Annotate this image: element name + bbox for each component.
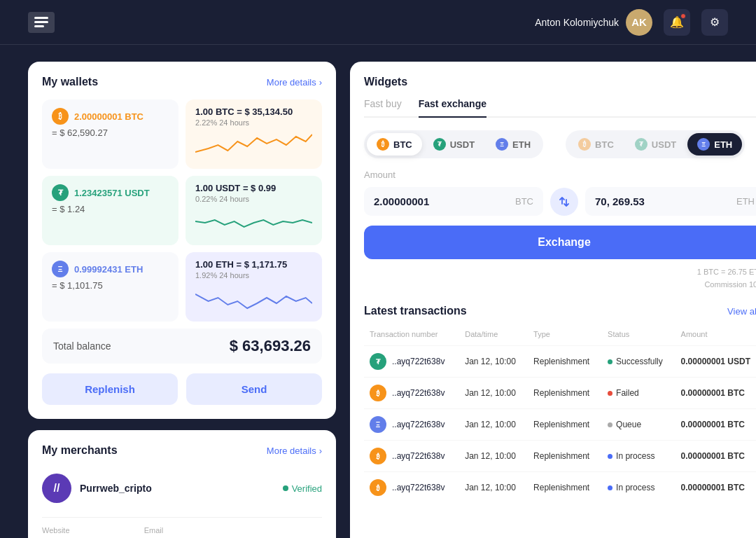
exchange-button[interactable]: Exchange (364, 226, 756, 259)
to-usdt-icon: ₮ (635, 138, 648, 151)
tx-amount: 0.00000001 BTC (676, 378, 756, 409)
chevron-right-icon: › (319, 77, 322, 88)
usdt-chart (195, 207, 312, 235)
usdt-small-icon: ₮ (433, 138, 446, 151)
wallets-title: My wallets (42, 76, 98, 88)
merchant-item: // Purrweb_cripto Verified (42, 468, 322, 509)
tx-amount: 0.00000001 USDT (676, 346, 756, 378)
tx-coin-icon: ₮ (370, 353, 386, 370)
from-amount-wrap: BTC (364, 187, 543, 216)
tx-datetime: Jan 12, 10:00 (459, 378, 528, 409)
to-btc-button[interactable]: ₿ BTC (568, 133, 624, 156)
col-amount: Amount (676, 327, 756, 346)
btc-rate-title: 1.00 BTC = $ 35,134.50 (195, 106, 312, 117)
tx-datetime: Jan 12, 10:00 (459, 409, 528, 441)
merchants-more-details[interactable]: More details › (267, 446, 322, 456)
wallet-item-eth-left: Ξ 0.99992431 ETH = $ 1,101.75 (42, 252, 178, 322)
tx-hash-cell: ₮ ..ayq722t638v (370, 353, 454, 370)
header-right: Anton Kolomiychuk AK 🔔 ⚙ (535, 9, 728, 36)
tx-type: Replenishment (528, 409, 602, 441)
tx-type: Replenishment (528, 441, 602, 472)
website-label: Website (42, 526, 127, 534)
main-content: My wallets More details › ₿ 2.00000001 B… (0, 45, 756, 538)
widgets-title: Widgets (364, 76, 756, 88)
tx-amount: 0.00000001 BTC (676, 441, 756, 472)
tx-hash-cell: ₿ ..ayq722t638v (370, 385, 454, 401)
email-label: Email (144, 526, 258, 534)
wallets-more-details[interactable]: More details › (267, 77, 322, 88)
settings-button[interactable]: ⚙ (701, 9, 728, 36)
action-buttons: Replenish Send (42, 373, 322, 405)
merchants-card: My merchants More details › // Purrweb_c… (28, 430, 336, 538)
from-coin-selector: ₿ BTC ₮ USDT Ξ ETH (364, 130, 543, 158)
logo[interactable] (28, 12, 55, 33)
svg-rect-2 (34, 25, 44, 27)
to-usdt-button[interactable]: ₮ USDT (625, 133, 686, 156)
from-currency: BTC (515, 196, 533, 207)
verified-badge: Verified (283, 483, 322, 494)
transactions-header: Latest transactions View all › (364, 305, 756, 317)
notification-button[interactable]: 🔔 (664, 9, 690, 36)
btc-rate-change: 2.22% 24 hours (195, 118, 312, 127)
tx-status: Successfully (602, 346, 676, 378)
eth-rate-change: 1.92% 24 hours (195, 271, 312, 280)
from-eth-button[interactable]: Ξ ETH (486, 133, 540, 156)
btc-usd: = $ 62,590.27 (52, 127, 169, 138)
to-amount-input[interactable] (595, 195, 731, 207)
eth-amount: 0.99992431 ETH (74, 264, 143, 275)
usdt-rate-change: 0.22% 24 hours (195, 195, 312, 203)
to-currency: ETH (736, 196, 755, 207)
to-eth-button[interactable]: Ξ ETH (687, 133, 742, 156)
wallets-grid: ₿ 2.00000001 BTC = $ 62,590.27 1.00 BTC … (42, 99, 322, 322)
amount-inputs: BTC ETH (364, 187, 756, 216)
tx-amount: 0.00000001 BTC (676, 472, 756, 504)
wallet-item-btc-left: ₿ 2.00000001 BTC = $ 62,590.27 (42, 99, 178, 169)
chevron-right-icon: › (319, 446, 322, 456)
tx-datetime: Jan 12, 10:00 (459, 346, 528, 378)
view-all-link[interactable]: View all › (727, 306, 756, 317)
total-balance-value: $ 63,693.26 (230, 337, 311, 355)
tx-amount: 0.00000001 BTC (676, 409, 756, 441)
tab-fast-buy[interactable]: Fast buy (364, 98, 402, 118)
send-button[interactable]: Send (186, 373, 322, 405)
tx-coin-icon: ₿ (370, 479, 386, 496)
merchant-left: // Purrweb_cripto (42, 474, 152, 503)
header: Anton Kolomiychuk AK 🔔 ⚙ (0, 0, 756, 45)
table-row: ₿ ..ayq722t638v Jan 12, 10:00 Replenishm… (364, 472, 756, 504)
col-type: Type (528, 327, 602, 346)
tx-hash-cell: Ξ ..ayq722t638v (370, 416, 454, 433)
swap-icon (558, 195, 570, 208)
from-usdt-button[interactable]: ₮ USDT (424, 133, 484, 156)
merchant-name: Purrweb_cripto (80, 483, 152, 494)
left-panel: My wallets More details › ₿ 2.00000001 B… (28, 62, 336, 538)
usdt-rate-title: 1.00 USDT = $ 0.99 (195, 183, 312, 193)
tab-fast-exchange[interactable]: Fast exchange (419, 98, 486, 118)
tx-table-head: Transaction number Data/time Type Status… (364, 327, 756, 346)
tx-hash-cell: ₿ ..ayq722t638v (370, 479, 454, 496)
col-datetime: Data/time (459, 327, 528, 346)
tx-coin-icon: Ξ (370, 416, 386, 433)
avatar[interactable]: AK (626, 9, 652, 36)
table-row: ₿ ..ayq722t638v Jan 12, 10:00 Replenishm… (364, 378, 756, 409)
total-balance-row: Total balance $ 63,693.26 (42, 329, 322, 364)
replenish-button[interactable]: Replenish (42, 373, 178, 405)
eth-icon: Ξ (52, 261, 69, 277)
exchange-rate-info: 1 BTC = 26.75 ETH Commission 10% (364, 266, 756, 291)
settings-icon: ⚙ (710, 15, 720, 29)
tx-type: Replenishment (528, 378, 602, 409)
swap-button[interactable] (550, 188, 578, 216)
eth-chart (195, 284, 312, 312)
tx-coin-icon: ₿ (370, 385, 386, 401)
from-btc-button[interactable]: ₿ BTC (367, 133, 422, 156)
tx-status: In process (602, 472, 676, 504)
wallet-item-usdt-right: 1.00 USDT = $ 0.99 0.22% 24 hours (186, 176, 322, 245)
merchant-avatar: // (42, 474, 71, 503)
right-panel: Widgets Fast buy Fast exchange ₿ BTC (350, 62, 756, 538)
eth-usd: = $ 1,101.75 (52, 280, 169, 291)
user-name: Anton Kolomiychuk (535, 17, 619, 28)
svg-rect-1 (34, 21, 48, 23)
from-amount-input[interactable] (374, 195, 510, 207)
btc-amount: 2.00000001 BTC (74, 111, 144, 122)
to-amount-wrap: ETH (585, 187, 756, 216)
table-row: ₿ ..ayq722t638v Jan 12, 10:00 Replenishm… (364, 441, 756, 472)
